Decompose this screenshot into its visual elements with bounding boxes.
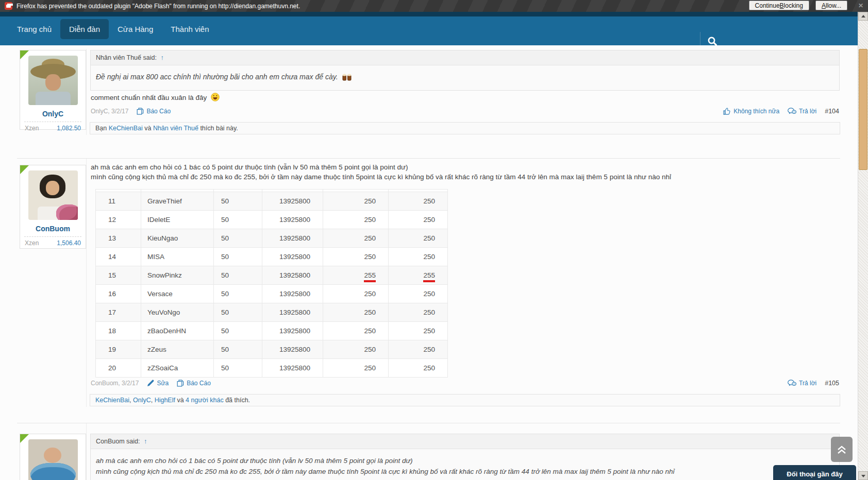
liker-link[interactable]: KeChienBai xyxy=(109,125,143,132)
reply-link[interactable]: Trả lời xyxy=(788,108,816,115)
scrollbar-thumb[interactable] xyxy=(859,49,867,170)
cell-stat-b: 250 xyxy=(423,197,435,205)
liker-link[interactable]: HighElf xyxy=(155,397,175,404)
cell-rank: 15 xyxy=(96,266,141,285)
report-link[interactable]: Báo Cáo xyxy=(177,380,211,387)
liker-link[interactable]: OnlyC xyxy=(133,397,151,404)
cell-exp: 13925800 xyxy=(262,285,323,303)
cell-stat-b: 255 xyxy=(423,271,435,279)
cell-player-name: SnowPinkz xyxy=(141,266,214,285)
scroll-to-top-button[interactable] xyxy=(831,437,853,462)
nav-top-strip xyxy=(0,12,868,16)
xzen-label: Xzen xyxy=(25,125,39,132)
pencil-icon xyxy=(147,380,154,387)
cell-player-name: YeuVoNgo xyxy=(141,303,214,322)
report-link[interactable]: Báo Cáo xyxy=(137,108,171,115)
cell-exp: 13925800 xyxy=(262,192,323,211)
plugin-warning-actions: Continue Blocking Allow... ✕ xyxy=(749,1,865,10)
edit-link[interactable]: Sửa xyxy=(147,380,169,387)
report-icon xyxy=(177,380,184,387)
cell-rank: 18 xyxy=(96,322,141,340)
user-card-bottom xyxy=(20,434,86,480)
liker-link[interactable]: Nhân viên Thuế xyxy=(153,125,198,132)
table-row: 16 Versace 50 13925800 250 250 xyxy=(96,285,448,303)
quote-author: Nhân viên Thuế said: xyxy=(96,54,157,61)
cell-level: 50 xyxy=(214,359,262,378)
attachment-link[interactable]: View attachment 124821 xyxy=(96,477,834,480)
post-message-line: ah mà các anh em cho hỏi có 1 bác có 5 p… xyxy=(91,163,408,171)
cell-exp: 13925800 xyxy=(262,229,323,248)
avatar[interactable] xyxy=(28,170,78,220)
post-divider xyxy=(86,159,87,407)
close-icon[interactable]: ✕ xyxy=(857,2,865,9)
liker-link[interactable]: KeChienBai xyxy=(95,397,129,404)
page-scrollbar[interactable] xyxy=(858,12,868,480)
continue-blocking-button[interactable]: Continue Blocking xyxy=(749,1,809,10)
cell-player-name: KieuNgao xyxy=(141,229,214,248)
username-link[interactable]: ConBuom xyxy=(20,225,86,233)
cell-level: 50 xyxy=(214,340,262,359)
quote-jump-arrow[interactable]: ↑ xyxy=(144,438,147,445)
tab-trang-chu[interactable]: Trang chủ xyxy=(8,19,60,39)
table-row: 13 KieuNgao 50 13925800 250 250 xyxy=(96,229,448,248)
cell-stat-b: 250 xyxy=(423,216,435,224)
cell-exp: 13925800 xyxy=(262,211,323,229)
cell-stat-a: 250 xyxy=(364,197,376,205)
reply-link[interactable]: Trả lời xyxy=(788,380,816,387)
cell-rank: 19 xyxy=(96,340,141,359)
post-message-line: mình cũng cộng kịch thủ mà chỉ đc 250 mà… xyxy=(91,173,671,181)
plugin-blocked-icon xyxy=(5,2,12,10)
unlike-link[interactable]: Không thích nữa xyxy=(723,108,779,115)
post-meta[interactable]: OnlyC, 3/2/17 xyxy=(91,108,128,115)
table-row: 11 GraveThief 50 13925800 250 250 xyxy=(96,192,448,211)
tab-dien-dan[interactable]: Diễn đàn xyxy=(60,19,109,39)
cell-rank: 13 xyxy=(96,229,141,248)
double-chevron-up-icon xyxy=(836,444,848,455)
plugin-warning-text: Firefox has prevented the outdated plugi… xyxy=(16,3,300,10)
post-number[interactable]: #105 xyxy=(825,380,839,387)
quote-jump-arrow[interactable]: ↑ xyxy=(160,54,163,61)
cell-level: 50 xyxy=(214,322,262,340)
post-separator xyxy=(17,158,840,159)
table-row: 20 zZSoaiCa 50 13925800 250 250 xyxy=(96,359,448,378)
scrollbar-up-arrow[interactable] xyxy=(858,12,868,21)
tab-thanh-vien[interactable]: Thành viên xyxy=(162,19,218,39)
post-number[interactable]: #104 xyxy=(825,108,839,115)
post-meta[interactable]: ConBuom, 3/2/17 xyxy=(91,380,139,387)
cell-exp: 13925800 xyxy=(262,322,323,340)
avatar[interactable] xyxy=(28,56,78,105)
cell-stat-a: 250 xyxy=(364,216,376,224)
quoted-line: mình cũng cộng kịch thủ mà chỉ đc 250 mà… xyxy=(96,466,834,477)
plugin-warning-bar: Firefox has prevented the outdated plugi… xyxy=(0,0,868,12)
cell-player-name: Versace xyxy=(141,285,214,303)
cell-stat-a: 250 xyxy=(364,346,376,353)
allow-button[interactable]: Allow... xyxy=(815,1,847,10)
post-footer: OnlyC, 3/2/17 Báo Cáo Không thích nữa Tr… xyxy=(91,108,839,115)
quote-body: Đề nghị ai max 800 acc chính thì nhường … xyxy=(91,65,839,90)
table-row: 19 zZeus 50 13925800 250 250 xyxy=(96,340,448,359)
scrollbar-down-arrow[interactable] xyxy=(858,471,868,480)
recent-conversations-button[interactable]: Đối thoại gần đây xyxy=(773,465,856,480)
reply-icon xyxy=(788,380,796,387)
cell-rank: 14 xyxy=(96,248,141,266)
cell-stat-b: 250 xyxy=(423,290,435,298)
avatar[interactable] xyxy=(28,439,78,480)
user-card-onlyc: OnlyC Xzen 1,082.50 xyxy=(20,50,86,130)
tab-cua-hang[interactable]: Cửa Hàng xyxy=(109,19,162,39)
quote-author: ConBuom said: xyxy=(96,438,140,445)
cell-level: 50 xyxy=(214,211,262,229)
quote-header: ConBuom said: ↑ xyxy=(91,434,839,449)
cell-exp: 13925800 xyxy=(262,248,323,266)
more-likers-link[interactable]: 4 người khác xyxy=(186,397,224,404)
stats-table-body: 11 GraveThief 50 13925800 250 250 12 IDe… xyxy=(96,192,448,378)
cell-stat-b: 250 xyxy=(423,308,435,316)
post-separator xyxy=(17,423,840,423)
quoted-line: ah mà các anh em cho hỏi có 1 bác có 5 p… xyxy=(96,455,834,466)
cell-player-name: zZeus xyxy=(141,340,214,359)
cell-rank: 16 xyxy=(96,285,141,303)
username-link[interactable]: OnlyC xyxy=(20,110,86,118)
table-row: 18 zBaoDenHN 50 13925800 250 250 xyxy=(96,322,448,340)
cell-stat-a: 255 xyxy=(364,271,376,279)
beers-emoji xyxy=(342,74,352,82)
cell-exp: 13925800 xyxy=(262,340,323,359)
